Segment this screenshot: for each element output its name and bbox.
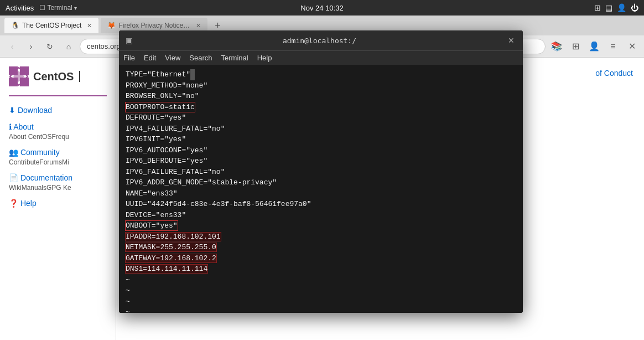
about-link[interactable]: ℹ About bbox=[9, 122, 34, 131]
menu-button[interactable]: ≡ bbox=[605, 39, 621, 54]
terminal-indicator[interactable]: ☐ Terminal ▾ bbox=[39, 4, 77, 12]
terminal-line-18: DNS1=114.114.11.114 bbox=[126, 264, 516, 275]
forward-button[interactable]: › bbox=[23, 39, 39, 54]
home-button[interactable]: ⌂ bbox=[61, 39, 76, 54]
tab-favicon-firefox: 🦊 bbox=[107, 22, 115, 29]
terminal-line-20: ~ bbox=[126, 285, 516, 296]
terminal-line-13: DEVICE="ens33" bbox=[126, 210, 516, 221]
logo-cursor bbox=[79, 71, 80, 82]
dropdown-arrow: ▾ bbox=[74, 5, 77, 11]
sidebar-item-download[interactable]: ⬇ Download bbox=[9, 105, 107, 115]
centos-logo: CentOS bbox=[0, 66, 116, 95]
terminal-line-0: TYPE="Ethernet" bbox=[126, 69, 516, 80]
gnome-datetime: Nov 24 10:32 bbox=[300, 4, 343, 12]
terminal-line-5: IPV4_FAILURE_FATAL="no" bbox=[126, 123, 516, 135]
terminal-line-11: NAME="ens33" bbox=[126, 188, 516, 199]
terminal-line-3: BOOTPROTO=static bbox=[126, 102, 516, 113]
gnome-topbar: Activities ☐ Terminal ▾ Nov 24 10:32 ⊞ ▤… bbox=[0, 0, 644, 16]
tab-favicon-centos: 🐧 bbox=[11, 22, 19, 29]
terminal-line-4: DEFROUTE="yes" bbox=[126, 112, 516, 123]
terminal-line-17: GATEWAY=192.168.102.2 bbox=[126, 253, 516, 264]
sidebar-item-documentation[interactable]: 📄 Documentation WikiManualsGPG Ke bbox=[9, 173, 107, 192]
reload-button[interactable]: ↻ bbox=[42, 39, 58, 54]
code-of-conduct-link[interactable]: of Conduct bbox=[595, 69, 633, 78]
download-icon: ⬇ bbox=[9, 106, 15, 115]
terminal-icon-small: ☐ bbox=[39, 4, 45, 12]
terminal-line-16: NETMASK=255.255.255.0 bbox=[126, 242, 516, 253]
terminal-title: admin@localhost:/ bbox=[283, 37, 356, 45]
docs-icon: 📄 bbox=[9, 173, 18, 182]
sidebar-item-community[interactable]: 👥 Community ContributeForumsMi bbox=[9, 147, 107, 166]
sidebar-nav: ⬇ Download ℹ About About CentOSFrequ bbox=[0, 105, 116, 208]
help-link[interactable]: ❓ Help bbox=[9, 199, 37, 208]
centos-logo-icon bbox=[9, 66, 29, 86]
terminal-menu-edit[interactable]: Edit bbox=[144, 54, 156, 62]
community-icon: 👥 bbox=[9, 148, 18, 157]
about-sub: About CentOSFrequ bbox=[9, 133, 107, 141]
terminal-titlebar: ▣ admin@localhost:/ ✕ bbox=[119, 30, 523, 50]
sidebar-item-about[interactable]: ℹ About About CentOSFrequ bbox=[9, 122, 107, 141]
terminal-menu-help[interactable]: Help bbox=[257, 54, 272, 62]
synced-tabs-button[interactable]: ⊞ bbox=[568, 39, 583, 54]
community-link[interactable]: 👥 Community bbox=[9, 148, 60, 157]
terminal-menu-search[interactable]: Search bbox=[189, 54, 212, 62]
sidebar-item-help[interactable]: ❓ Help bbox=[9, 198, 107, 208]
download-link[interactable]: ⬇ Download bbox=[9, 106, 52, 115]
back-button[interactable]: ‹ bbox=[4, 39, 20, 54]
bookmarks-button[interactable]: 📚 bbox=[549, 39, 564, 54]
terminal-line-10: IPV6_ADDR_GEN_MODE="stable-privacy" bbox=[126, 177, 516, 188]
profile-button[interactable]: 👤 bbox=[586, 39, 602, 54]
terminal-menu-terminal[interactable]: Terminal bbox=[221, 54, 248, 62]
tab-close-firefox[interactable]: ✕ bbox=[196, 22, 201, 29]
activities-button[interactable]: Activities bbox=[6, 4, 34, 12]
centos-sidebar: CentOS ⬇ Download ℹ About bbox=[0, 58, 116, 340]
tab-close-centos[interactable]: ✕ bbox=[87, 22, 92, 29]
community-sub: ContributeForumsMi bbox=[9, 158, 107, 166]
terminal-window: ▣ admin@localhost:/ ✕ File Edit View Sea… bbox=[119, 30, 523, 313]
sidebar-divider bbox=[9, 95, 107, 96]
docs-sub: WikiManualsGPG Ke bbox=[9, 184, 107, 192]
terminal-line-22: ~ bbox=[126, 307, 516, 313]
gnome-bar-left: Activities ☐ Terminal ▾ bbox=[6, 4, 77, 12]
window-list-icon[interactable]: ⊞ bbox=[594, 3, 601, 12]
terminal-line-21: ~ bbox=[126, 296, 516, 307]
terminal-line-14: ONBOOT="yes" bbox=[126, 220, 516, 231]
power-icon[interactable]: ⏻ bbox=[631, 3, 638, 12]
terminal-line-9: IPV6_FAILURE_FATAL="no" bbox=[126, 167, 516, 178]
terminal-line-15: IPADDR=192.168.102.101 bbox=[126, 231, 516, 243]
terminal-line-8: IPV6_DEFROUTE="yes" bbox=[126, 156, 516, 167]
terminal-content[interactable]: TYPE="Ethernet" PROXY_METHOD="none" BROW… bbox=[119, 65, 523, 313]
terminal-window-icon: ▣ bbox=[126, 36, 133, 45]
terminal-line-7: IPV6_AUTOCONF="yes" bbox=[126, 145, 516, 156]
terminal-close-button[interactable]: ✕ bbox=[506, 35, 516, 45]
terminal-line-2: BROWSER_ONLY="no" bbox=[126, 91, 516, 102]
gnome-bar-right: ⊞ ▤ 👤 ⏻ bbox=[594, 3, 638, 12]
terminal-menu-view[interactable]: View bbox=[165, 54, 180, 62]
terminal-line-1: PROXY_METHOD="none" bbox=[126, 80, 516, 91]
help-icon: ❓ bbox=[9, 199, 18, 208]
terminal-menu-file[interactable]: File bbox=[123, 54, 135, 62]
split-view-icon[interactable]: ▤ bbox=[605, 3, 612, 12]
terminal-line-6: IPV6INIT="yes" bbox=[126, 134, 516, 145]
close-browser-button[interactable]: ✕ bbox=[624, 39, 640, 54]
terminal-line-12: UUID="4424f5d4-c83e-4e3f-baf8-56461fee97… bbox=[126, 199, 516, 210]
terminal-line-19: ~ bbox=[126, 275, 516, 286]
documentation-link[interactable]: 📄 Documentation bbox=[9, 173, 72, 182]
terminal-menubar: File Edit View Search Terminal Help bbox=[119, 50, 523, 65]
tab-centos[interactable]: 🐧 The CentOS Project ✕ bbox=[4, 18, 98, 33]
profile-menu-icon[interactable]: 👤 bbox=[617, 3, 626, 12]
info-icon: ℹ bbox=[9, 122, 12, 131]
centos-logo-text: CentOS bbox=[33, 70, 74, 83]
watermark: CSDN @im奥特曼 bbox=[581, 326, 640, 336]
